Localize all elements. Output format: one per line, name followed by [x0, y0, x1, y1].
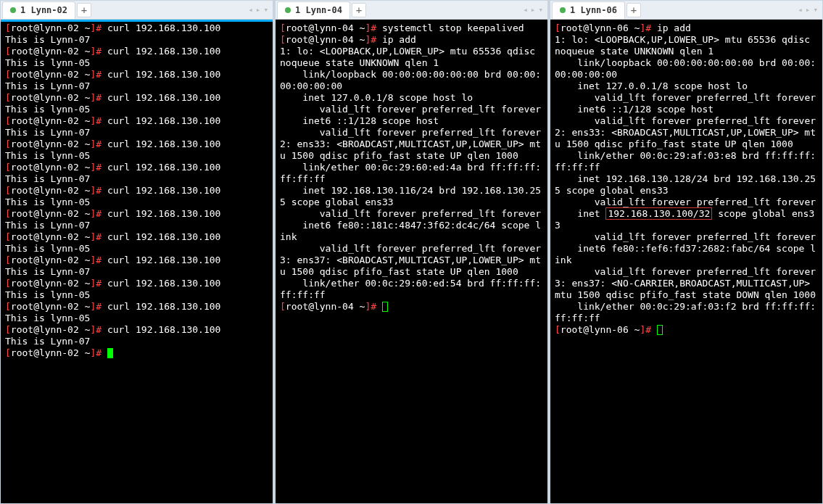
- nav-left-icon[interactable]: ◂: [248, 5, 253, 15]
- prompt-bracket-icon: ]#: [90, 22, 107, 33]
- terminal-line: [root@lynn-02 ~]# curl 192.168.130.100: [5, 92, 268, 104]
- status-dot-icon: [285, 7, 291, 13]
- prompt-bracket-icon: [: [5, 22, 11, 33]
- prompt-bracket-icon: ]#: [365, 301, 381, 312]
- terminal-line: [root@lynn-02 ~]# curl 192.168.130.100: [5, 46, 268, 57]
- terminal-line: 2: ens33: <BROADCAST,MULTICAST,UP,LOWER_…: [555, 127, 818, 150]
- terminal-line: This is lynn-05: [5, 243, 268, 255]
- output-text: inet: [555, 208, 605, 219]
- prompt-bracket-icon: ]#: [90, 115, 107, 126]
- terminal-line: [root@lynn-02 ~]# curl 192.168.130.100: [5, 324, 268, 336]
- command-text: ip add: [382, 34, 416, 45]
- output-text: This is lynn-05: [5, 313, 90, 323]
- output-text: This is Lynn-07: [5, 80, 90, 91]
- prompt-bracket-icon: ]#: [90, 185, 107, 196]
- terminal-line: [root@lynn-02 ~]# curl 192.168.130.100: [5, 185, 268, 197]
- tab-bar: 1 Lynn-06+◂▸▾: [550, 1, 822, 20]
- command-text: curl 192.168.130.100: [107, 22, 221, 33]
- prompt-bracket-icon: ]#: [365, 22, 381, 33]
- nav-down-icon[interactable]: ▾: [263, 5, 268, 15]
- prompt-bracket-icon: ]#: [90, 231, 107, 242]
- output-text: valid_lft forever preferred_lft forever: [280, 208, 541, 219]
- output-text: inet 192.168.130.128/24 brd 192.168.130.…: [555, 173, 816, 196]
- output-text: This is Lynn-07: [5, 34, 90, 45]
- nav-down-icon[interactable]: ▾: [538, 5, 543, 15]
- prompt-bracket-icon: ]#: [640, 324, 656, 335]
- terminal-line: [root@lynn-02 ~]# curl 192.168.130.100: [5, 208, 268, 220]
- prompt-bracket-icon: ]#: [90, 301, 107, 312]
- prompt-bracket-icon: [: [5, 46, 11, 57]
- terminal-line: valid_lft forever preferred_lft forever: [555, 266, 818, 278]
- prompt-bracket-icon: [: [5, 324, 11, 335]
- prompt-bracket-icon: ]#: [90, 92, 107, 103]
- prompt-user: root@lynn-06 ~: [561, 22, 640, 33]
- output-text: This is Lynn-07: [5, 266, 90, 277]
- terminal-line: This is Lynn-07: [5, 220, 268, 231]
- tab-bar: 1 Lynn-04+◂▸▾: [276, 1, 547, 20]
- terminal-output[interactable]: [root@lynn-06 ~]# ip add1: lo: <LOOPBACK…: [550, 20, 822, 503]
- nav-right-icon[interactable]: ▸: [806, 5, 811, 15]
- output-text: link/ether 00:0c:29:60:ed:54 brd ff:ff:f…: [280, 278, 541, 300]
- prompt-bracket-icon: [: [5, 231, 11, 242]
- prompt-user: root@lynn-02 ~: [11, 185, 91, 196]
- prompt-user: root@lynn-02 ~: [11, 92, 91, 103]
- prompt-bracket-icon: ]#: [90, 208, 107, 219]
- prompt-user: root@lynn-02 ~: [11, 278, 91, 289]
- nav-left-icon[interactable]: ◂: [798, 5, 803, 15]
- command-text: curl 192.168.130.100: [107, 278, 221, 289]
- terminal-line: link/loopback 00:00:00:00:00:00 brd 00:0…: [555, 57, 818, 80]
- prompt-bracket-icon: [: [5, 301, 11, 312]
- add-tab-button[interactable]: +: [352, 3, 366, 17]
- output-text: valid_lft forever preferred_lft forever: [555, 231, 816, 242]
- output-text: 2: ens33: <BROADCAST,MULTICAST,UP,LOWER_…: [555, 127, 816, 149]
- nav-left-icon[interactable]: ◂: [523, 5, 528, 15]
- terminal-output[interactable]: [root@lynn-04 ~]# systemctl stop keepali…: [276, 20, 547, 503]
- tab[interactable]: 1 Lynn-02: [2, 1, 75, 19]
- prompt-bracket-icon: ]#: [90, 46, 107, 57]
- prompt-bracket-icon: ]#: [90, 139, 107, 149]
- status-dot-icon: [10, 7, 16, 13]
- nav-down-icon[interactable]: ▾: [813, 5, 818, 15]
- tab[interactable]: 1 Lynn-06: [552, 1, 625, 19]
- nav-right-icon[interactable]: ▸: [531, 5, 536, 15]
- add-tab-button[interactable]: +: [626, 3, 641, 17]
- prompt-bracket-icon: [: [5, 69, 11, 80]
- terminal-line: inet6 ::1/128 scope host: [555, 104, 818, 115]
- terminal-line: This is Lynn-07: [5, 127, 268, 139]
- command-text: curl 192.168.130.100: [107, 162, 221, 173]
- cursor-icon: [382, 302, 388, 312]
- output-text: inet6 fe80::fef6:fd37:2682:fabc/64 scope…: [555, 243, 816, 265]
- prompt-bracket-icon: [: [280, 34, 286, 45]
- terminal-line: This is lynn-05: [5, 313, 268, 324]
- command-text: curl 192.168.130.100: [107, 301, 221, 312]
- output-text: This is Lynn-07: [5, 173, 90, 184]
- output-text: valid_lft forever preferred_lft forever: [555, 115, 816, 126]
- terminal-line: This is Lynn-07: [5, 80, 268, 92]
- prompt-bracket-icon: ]#: [90, 69, 107, 80]
- terminal-line: link/ether 00:0c:29:af:03:f2 brd ff:ff:f…: [555, 301, 818, 324]
- terminal-line: link/ether 00:0c:29:60:ed:54 brd ff:ff:f…: [280, 278, 543, 301]
- output-text: link/ether 00:0c:29:af:03:e8 brd ff:ff:f…: [555, 150, 816, 173]
- terminal-line: inet 192.168.130.128/24 brd 192.168.130.…: [555, 173, 818, 197]
- terminal-output[interactable]: [root@lynn-02 ~]# curl 192.168.130.100Th…: [1, 20, 273, 503]
- terminal-line: This is lynn-05: [5, 289, 268, 301]
- terminal-line: This is Lynn-07: [5, 173, 268, 185]
- prompt-bracket-icon: [: [5, 208, 11, 219]
- terminal-line: This is lynn-05: [5, 104, 268, 115]
- terminal-line: valid_lft forever preferred_lft forever: [280, 127, 543, 139]
- output-text: inet 127.0.0.1/8 scope host lo: [555, 80, 748, 91]
- nav-right-icon[interactable]: ▸: [256, 5, 261, 15]
- prompt-bracket-icon: ]#: [90, 347, 107, 358]
- prompt-user: root@lynn-02 ~: [11, 324, 91, 335]
- terminal-line: link/loopback 00:00:00:00:00:00 brd 00:0…: [280, 69, 543, 92]
- terminal-line: inet 127.0.0.1/8 scope host lo: [555, 80, 818, 92]
- output-text: link/ether 00:0c:29:af:03:f2 brd ff:ff:f…: [555, 301, 816, 323]
- command-text: systemctl stop keepalived: [382, 22, 524, 33]
- prompt-user: root@lynn-02 ~: [11, 139, 91, 149]
- output-text: valid_lft forever preferred_lft forever: [555, 92, 816, 103]
- tab[interactable]: 1 Lynn-04: [277, 1, 350, 19]
- terminal-line: [root@lynn-02 ~]# curl 192.168.130.100: [5, 231, 268, 243]
- output-text: link/ether 00:0c:29:60:ed:4a brd ff:ff:f…: [280, 162, 541, 184]
- output-text: This is lynn-05: [5, 57, 90, 68]
- add-tab-button[interactable]: +: [77, 3, 91, 17]
